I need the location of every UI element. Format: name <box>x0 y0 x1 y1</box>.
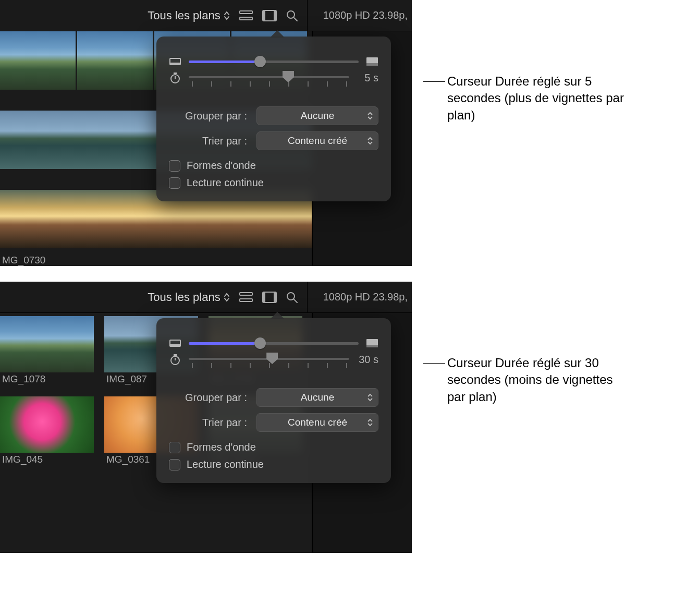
clip-filter-label: Tous les plans <box>148 9 220 22</box>
duration-slider[interactable] <box>189 354 349 370</box>
svg-rect-18 <box>274 292 276 303</box>
callout-leader-line <box>423 363 445 364</box>
duration-slider[interactable] <box>189 72 349 89</box>
callout: Curseur Durée réglé sur 5 secondes (plus… <box>423 73 624 124</box>
clip-thumbnail[interactable] <box>77 31 153 90</box>
browser-toolbar: Tous les plans 1080p HD 23.98p, <box>0 282 412 313</box>
updown-caret-icon <box>367 393 373 402</box>
sort-by-value: Contenu créé <box>288 135 347 147</box>
thumbnail-size-slider[interactable] <box>189 342 359 345</box>
clip-name-label: IMG_045 <box>2 454 94 465</box>
large-clip-icon <box>366 339 378 348</box>
callout-leader-line <box>423 81 445 82</box>
format-indicator: 1080p HD 23.98p, <box>317 9 408 21</box>
waveforms-label: Formes d'onde <box>187 441 256 453</box>
duration-value: 5 s <box>357 72 378 84</box>
group-by-value: Aucune <box>301 392 334 403</box>
clip-appearance-popover: 5 s Grouper par : Aucune Trier par : Con… <box>156 37 391 201</box>
svg-rect-0 <box>240 11 252 14</box>
group-by-select[interactable]: Aucune <box>256 106 378 125</box>
clip-filter-label: Tous les plans <box>148 291 220 304</box>
waveforms-row[interactable]: Formes d'onde <box>169 441 378 453</box>
app-window: Tous les plans 1080p HD 23.98p, <box>0 0 412 266</box>
slider-knob[interactable] <box>266 353 278 364</box>
svg-rect-10 <box>366 63 378 66</box>
updown-caret-icon <box>367 137 373 145</box>
svg-rect-4 <box>274 10 276 21</box>
svg-point-5 <box>287 11 295 18</box>
continuous-playback-label: Lecture continue <box>187 458 264 470</box>
duration-row: 30 s <box>169 354 378 382</box>
thumbnail-size-slider[interactable] <box>189 61 359 63</box>
continuous-playback-checkbox[interactable] <box>169 459 180 470</box>
large-clip-icon <box>366 57 378 66</box>
svg-rect-15 <box>240 299 252 301</box>
continuous-row[interactable]: Lecture continue <box>169 458 378 470</box>
sort-by-select[interactable]: Contenu créé <box>256 131 378 150</box>
stopwatch-icon <box>169 354 181 365</box>
search-icon[interactable] <box>286 10 298 21</box>
clip-appearance-popover: 30 s Grouper par : Aucune Trier par : Co… <box>156 318 391 483</box>
waveforms-label: Formes d'onde <box>187 160 256 172</box>
waveforms-checkbox[interactable] <box>169 442 180 453</box>
updown-caret-icon <box>367 112 373 120</box>
toolbar-divider <box>307 0 308 31</box>
continuous-playback-label: Lecture continue <box>187 177 264 189</box>
format-indicator: 1080p HD 23.98p, <box>317 291 408 303</box>
group-by-label: Grouper par : <box>169 392 247 404</box>
updown-caret-icon <box>367 418 373 427</box>
svg-rect-14 <box>240 293 252 295</box>
thumbnail-size-row <box>169 51 378 72</box>
svg-rect-8 <box>170 63 180 65</box>
waveforms-row[interactable]: Formes d'onde <box>169 160 378 172</box>
svg-line-6 <box>294 18 297 21</box>
clip-cell[interactable]: IMG_045 <box>0 396 94 470</box>
small-clip-icon <box>169 340 181 347</box>
list-view-icon[interactable] <box>239 10 253 21</box>
clip-cell[interactable]: MG_1078 <box>0 316 94 390</box>
svg-line-20 <box>294 299 297 303</box>
svg-rect-13 <box>174 73 177 74</box>
app-window: Tous les plans 1080p HD 23.98p, <box>0 282 412 553</box>
svg-rect-24 <box>366 345 378 347</box>
updown-caret-icon <box>224 293 230 302</box>
duration-row: 5 s <box>169 72 378 100</box>
sort-by-select[interactable]: Contenu créé <box>256 413 378 432</box>
continuous-playback-checkbox[interactable] <box>169 177 180 189</box>
clip-appearance-icon[interactable] <box>262 10 277 21</box>
thumbnail-size-row <box>169 333 378 354</box>
browser-toolbar: Tous les plans 1080p HD 23.98p, <box>0 0 412 31</box>
group-by-value: Aucune <box>301 110 334 122</box>
clip-appearance-icon[interactable] <box>262 292 277 303</box>
svg-rect-1 <box>240 17 252 20</box>
group-by-label: Grouper par : <box>169 110 247 122</box>
callout: Curseur Durée réglé sur 30 secondes (moi… <box>423 355 624 405</box>
clip-thumbnail[interactable] <box>0 316 94 372</box>
clip-thumbnail[interactable] <box>0 396 94 453</box>
search-icon[interactable] <box>286 292 298 303</box>
clip-filter-popup[interactable]: Tous les plans <box>148 9 229 22</box>
list-view-icon[interactable] <box>239 292 253 303</box>
sort-by-label: Trier par : <box>169 135 247 147</box>
example-2: Tous les plans 1080p HD 23.98p, <box>0 282 674 553</box>
slider-knob[interactable] <box>254 337 266 349</box>
callout-text: Curseur Durée réglé sur 5 secondes (plus… <box>447 73 624 124</box>
continuous-row[interactable]: Lecture continue <box>169 177 378 189</box>
sort-by-label: Trier par : <box>169 417 247 429</box>
slider-knob[interactable] <box>254 56 266 67</box>
updown-caret-icon <box>224 11 230 20</box>
clip-thumbnail[interactable] <box>0 31 76 90</box>
clip-name-label: MG_1078 <box>2 373 94 385</box>
group-by-select[interactable]: Aucune <box>256 388 378 407</box>
example-1: Tous les plans 1080p HD 23.98p, <box>0 0 674 266</box>
waveforms-checkbox[interactable] <box>169 160 180 172</box>
duration-value: 30 s <box>357 354 378 366</box>
sort-by-value: Contenu créé <box>288 417 347 428</box>
clip-filter-popup[interactable]: Tous les plans <box>148 291 229 304</box>
svg-rect-22 <box>170 344 180 346</box>
slider-knob[interactable] <box>283 71 294 82</box>
small-clip-icon <box>169 58 181 65</box>
clip-name-label: MG_0730 <box>2 255 312 266</box>
callout-text: Curseur Durée réglé sur 30 secondes (moi… <box>447 355 624 405</box>
svg-rect-27 <box>174 354 177 356</box>
